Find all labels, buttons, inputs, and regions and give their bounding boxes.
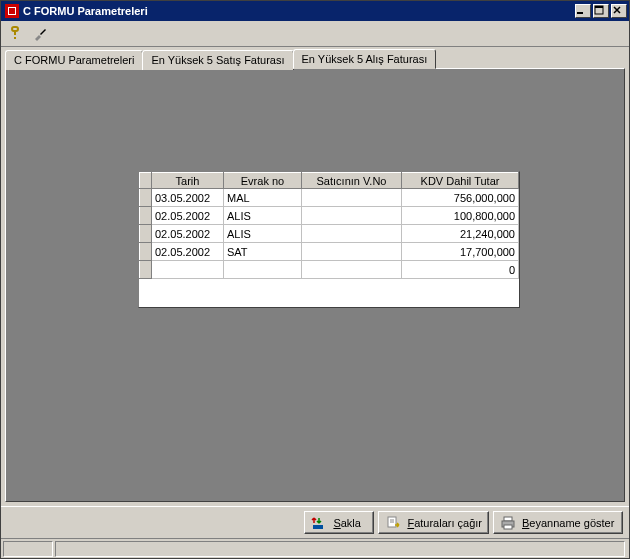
cell-evrak[interactable] — [224, 261, 302, 279]
button-label: Sakla — [333, 517, 361, 529]
cell-evrak[interactable]: ALIS — [224, 207, 302, 225]
tool-button[interactable] — [28, 23, 51, 45]
cell-evrak[interactable]: SAT — [224, 243, 302, 261]
button-bar: Sakla Faturaları çağır Beyanname göster — [1, 506, 629, 538]
svg-rect-12 — [504, 525, 512, 529]
close-button[interactable] — [611, 4, 627, 18]
cell-tarih[interactable] — [152, 261, 224, 279]
tab-label: C FORMU Parametreleri — [14, 54, 134, 66]
svg-rect-0 — [577, 12, 583, 14]
cell-vno[interactable] — [302, 189, 402, 207]
status-cell — [55, 541, 625, 557]
grid-corner — [140, 173, 152, 189]
tab-alis[interactable]: En Yüksek 5 Alış Faturası — [293, 49, 437, 69]
help-icon — [7, 26, 23, 42]
cell-tutar[interactable]: 0 — [402, 261, 519, 279]
tab-satis[interactable]: En Yüksek 5 Satış Faturası — [142, 50, 293, 70]
status-bar — [1, 538, 629, 558]
cell-tarih[interactable]: 02.05.2002 — [152, 243, 224, 261]
col-vno[interactable]: Satıcının V.No — [302, 173, 402, 189]
maximize-button[interactable] — [593, 4, 609, 18]
svg-rect-6 — [313, 525, 323, 529]
toolbar — [1, 21, 629, 47]
svg-rect-2 — [595, 6, 603, 8]
table-row[interactable]: 0 — [140, 261, 519, 279]
tab-label: En Yüksek 5 Satış Faturası — [151, 54, 284, 66]
tab-strip: C FORMU Parametreleri En Yüksek 5 Satış … — [5, 49, 625, 69]
tab-panel: Tarih Evrak no Satıcının V.No KDV Dahil … — [5, 68, 625, 502]
minimize-button[interactable] — [575, 4, 591, 18]
button-label: Faturaları çağır — [407, 517, 482, 529]
svg-rect-10 — [504, 517, 512, 521]
cell-tutar[interactable]: 17,700,000 — [402, 243, 519, 261]
app-icon — [5, 4, 19, 18]
tab-label: En Yüksek 5 Alış Faturası — [302, 53, 428, 65]
cell-vno[interactable] — [302, 225, 402, 243]
row-header[interactable] — [140, 225, 152, 243]
tab-parametreleri[interactable]: C FORMU Parametreleri — [5, 50, 143, 70]
content-area: C FORMU Parametreleri En Yüksek 5 Satış … — [1, 47, 629, 506]
table-row[interactable]: 02.05.2002SAT17,700,000 — [140, 243, 519, 261]
save-icon — [311, 515, 327, 531]
app-window: C FORMU Parametreleri — [0, 0, 630, 559]
cell-tutar[interactable]: 100,800,000 — [402, 207, 519, 225]
cell-vno[interactable] — [302, 243, 402, 261]
save-button[interactable]: Sakla — [304, 511, 374, 534]
printer-icon — [500, 515, 516, 531]
cell-tarih[interactable]: 02.05.2002 — [152, 207, 224, 225]
svg-rect-4 — [14, 31, 16, 35]
cell-tutar[interactable]: 756,000,000 — [402, 189, 519, 207]
call-invoices-button[interactable]: Faturaları çağır — [378, 511, 489, 534]
col-tarih[interactable]: Tarih — [152, 173, 224, 189]
row-header[interactable] — [140, 207, 152, 225]
svg-rect-3 — [12, 27, 18, 31]
button-label: Beyanname göster — [522, 517, 614, 529]
maximize-icon — [594, 5, 604, 15]
brush-icon — [32, 26, 48, 42]
grid-header-row: Tarih Evrak no Satıcının V.No KDV Dahil … — [140, 173, 519, 189]
help-button[interactable] — [3, 23, 26, 45]
cell-tarih[interactable]: 02.05.2002 — [152, 225, 224, 243]
row-header[interactable] — [140, 243, 152, 261]
cell-tarih[interactable]: 03.05.2002 — [152, 189, 224, 207]
row-header[interactable] — [140, 189, 152, 207]
document-out-icon — [385, 515, 401, 531]
title-bar: C FORMU Parametreleri — [1, 1, 629, 21]
cell-evrak[interactable]: ALIS — [224, 225, 302, 243]
data-grid[interactable]: Tarih Evrak no Satıcının V.No KDV Dahil … — [138, 171, 520, 308]
window-buttons — [575, 4, 627, 18]
table-row[interactable]: 02.05.2002ALIS21,240,000 — [140, 225, 519, 243]
col-tutar[interactable]: KDV Dahil Tutar — [402, 173, 519, 189]
window-title: C FORMU Parametreleri — [23, 5, 575, 17]
table-row[interactable]: 03.05.2002MAL756,000,000 — [140, 189, 519, 207]
cell-evrak[interactable]: MAL — [224, 189, 302, 207]
svg-rect-5 — [14, 37, 16, 39]
table-row[interactable]: 02.05.2002ALIS100,800,000 — [140, 207, 519, 225]
cell-vno[interactable] — [302, 207, 402, 225]
grid-empty-area — [139, 279, 519, 307]
minimize-icon — [576, 5, 586, 15]
show-declaration-button[interactable]: Beyanname göster — [493, 511, 623, 534]
col-evrak[interactable]: Evrak no — [224, 173, 302, 189]
cell-vno[interactable] — [302, 261, 402, 279]
close-icon — [612, 5, 622, 15]
row-header[interactable] — [140, 261, 152, 279]
cell-tutar[interactable]: 21,240,000 — [402, 225, 519, 243]
status-cell — [3, 541, 53, 557]
